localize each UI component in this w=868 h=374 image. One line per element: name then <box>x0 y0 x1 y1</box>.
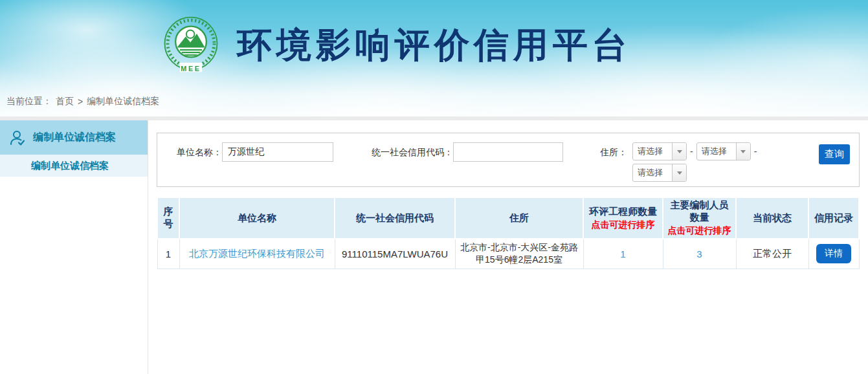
sort-hint-engineers[interactable]: 点击可进行排序 <box>586 219 660 231</box>
dash-separator: - <box>754 142 757 160</box>
city-select[interactable]: 请选择 <box>696 142 751 160</box>
dash-separator: - <box>690 142 693 160</box>
company-name-link[interactable]: 北京万源世纪环保科技有限公司 <box>189 248 325 259</box>
company-name-input[interactable] <box>222 142 333 162</box>
breadcrumb-label: 当前位置： <box>6 96 52 107</box>
mee-logo-icon: MEE <box>162 16 220 74</box>
col-header-engineer-count: 环评工程师数量 点击可进行排序 <box>583 197 663 239</box>
breadcrumb-current: 编制单位诚信档案 <box>87 96 159 107</box>
staff-count-link[interactable]: 3 <box>696 248 702 259</box>
sidebar-item-label: 编制单位诚信档案 <box>33 131 116 144</box>
query-button[interactable]: 查询 <box>819 144 850 164</box>
col-header-address: 住所 <box>455 197 583 239</box>
table-row: 1 北京万源世纪环保科技有限公司 91110115MA7LWUA76U 北京市-… <box>157 239 859 269</box>
sidebar: 编制单位诚信档案 编制单位诚信档案 <box>0 120 148 374</box>
col-header-credit-code: 统一社会信用代码 <box>335 197 455 239</box>
header-banner: MEE 环境影响评价信用平台 当前位置： 首页 > 编制单位诚信档案 <box>0 0 868 116</box>
svg-text:MEE: MEE <box>181 65 201 72</box>
company-name-label: 单位名称： <box>177 142 222 162</box>
cell-status: 正常公开 <box>736 239 808 269</box>
breadcrumb-home-link[interactable]: 首页 <box>56 96 74 107</box>
sidebar-subitem-credit-archive[interactable]: 编制单位诚信档案 <box>0 155 148 177</box>
breadcrumb: 当前位置： 首页 > 编制单位诚信档案 <box>6 96 159 107</box>
cell-address: 北京市-北京市-大兴区-金苑路甲15号6幢2层A215室 <box>455 239 583 269</box>
city-select-value: 请选择 <box>697 143 736 160</box>
brand: MEE 环境影响评价信用平台 <box>162 16 632 74</box>
province-select-value: 请选择 <box>633 143 672 160</box>
cell-index: 1 <box>157 239 179 269</box>
table-header-row: 序号 单位名称 统一社会信用代码 住所 环评工程师数量 点击可进行排序 主要编制… <box>157 197 859 239</box>
search-panel: 单位名称： 统一社会信用代码： 住所： 请选择 - 请选择 - <box>157 133 860 187</box>
main-content: 单位名称： 统一社会信用代码： 住所： 请选择 - 请选择 - <box>148 120 868 374</box>
sidebar-item-credit-archive[interactable]: 编制单位诚信档案 <box>0 120 148 155</box>
chevron-down-icon[interactable] <box>672 164 686 181</box>
chevron-down-icon[interactable] <box>736 143 750 160</box>
chevron-down-icon[interactable] <box>672 143 686 160</box>
credit-code-label: 统一社会信用代码： <box>372 142 453 162</box>
detail-button[interactable]: 详情 <box>816 244 851 263</box>
sort-hint-staff[interactable]: 点击可进行排序 <box>666 225 733 237</box>
province-select[interactable]: 请选择 <box>632 142 687 160</box>
engineer-count-link[interactable]: 1 <box>620 248 625 259</box>
address-label: 住所： <box>600 142 627 162</box>
site-title: 环境影响评价信用平台 <box>237 16 632 74</box>
cell-credit-code: 91110115MA7LWUA76U <box>335 239 455 269</box>
district-select[interactable]: 请选择 <box>632 164 687 182</box>
col-header-company: 单位名称 <box>179 197 335 239</box>
results-table: 序号 单位名称 统一社会信用代码 住所 环评工程师数量 点击可进行排序 主要编制… <box>157 197 860 269</box>
col-header-credit-record: 信用记录 <box>808 197 859 239</box>
district-select-value: 请选择 <box>633 164 672 181</box>
col-header-staff-count: 主要编制人员数量 点击可进行排序 <box>663 197 736 239</box>
col-header-index: 序号 <box>157 197 179 239</box>
col-header-status: 当前状态 <box>736 197 808 239</box>
credit-code-input[interactable] <box>453 142 563 162</box>
sidebar-subitem-label: 编制单位诚信档案 <box>31 160 109 172</box>
person-check-icon <box>8 129 27 147</box>
breadcrumb-separator: > <box>78 96 83 107</box>
